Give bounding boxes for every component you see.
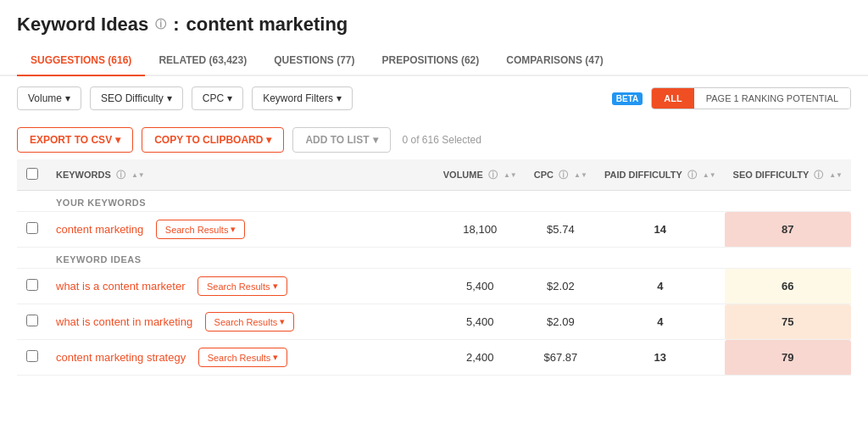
page1-toggle[interactable]: PAGE 1 RANKING POTENTIAL <box>694 88 850 109</box>
title-separator: : <box>173 14 179 36</box>
chevron-down-icon: ▾ <box>65 92 70 104</box>
cpc-filter[interactable]: CPC ▾ <box>192 86 243 110</box>
keyword-link[interactable]: what is content in marketing <box>56 315 192 328</box>
paid-difficulty-cell: 14 <box>596 212 725 248</box>
table-row: what is content in marketing Search Resu… <box>17 304 851 340</box>
row-checkbox[interactable] <box>26 279 38 291</box>
selected-count: 0 of 616 Selected <box>403 134 481 146</box>
table-row: content marketing strategy Search Result… <box>17 340 851 376</box>
chevron-down-icon: ▾ <box>280 316 285 327</box>
search-results-button[interactable]: Search Results ▾ <box>156 220 246 239</box>
all-toggle[interactable]: ALL <box>652 88 693 109</box>
keywords-info-icon[interactable]: ⓘ <box>116 170 125 180</box>
row-checkbox[interactable] <box>26 315 38 326</box>
seo-difficulty-filter[interactable]: SEO Difficulty ▾ <box>90 86 183 110</box>
volume-cell: 5,400 <box>435 269 526 304</box>
keyword-link[interactable]: content marketing strategy <box>56 351 186 364</box>
page-title: Keyword Ideas ⓘ : content marketing <box>17 14 851 36</box>
volume-cell: 2,400 <box>435 340 526 376</box>
page-header: Keyword Ideas ⓘ : content marketing <box>0 0 868 36</box>
select-all-header[interactable] <box>17 159 47 191</box>
chevron-down-icon: ▾ <box>273 352 278 363</box>
row-checkbox[interactable] <box>26 222 38 234</box>
table-body: YOUR KEYWORDS content marketing Search R… <box>17 191 851 376</box>
paid-diff-info-icon[interactable]: ⓘ <box>687 170 697 180</box>
row-checkbox-cell[interactable] <box>17 269 47 304</box>
keywords-table-container: KEYWORDS ⓘ ▲▼ VOLUME ⓘ ▲▼ CPC ⓘ ▲▼ PAID … <box>0 159 868 376</box>
seo-diff-sort-icons[interactable]: ▲▼ <box>829 171 843 179</box>
search-results-button[interactable]: Search Results ▾ <box>198 348 288 367</box>
chevron-down-icon: ▾ <box>266 134 271 146</box>
volume-cell: 18,100 <box>435 212 526 248</box>
keyword-link[interactable]: content marketing <box>56 223 143 236</box>
actions-row: EXPORT TO CSV ▾ COPY TO CLIPBOARD ▾ ADD … <box>0 120 868 159</box>
cpc-cell: $2.09 <box>526 304 596 340</box>
section-label-row: YOUR KEYWORDS <box>17 191 851 212</box>
title-text: Keyword Ideas <box>17 14 148 36</box>
keyword-cell: content marketing strategy Search Result… <box>47 340 435 376</box>
keyword-cell: what is a content marketer Search Result… <box>47 269 435 304</box>
chevron-down-icon: ▾ <box>373 134 378 146</box>
search-results-button[interactable]: Search Results ▾ <box>205 312 295 332</box>
cpc-cell: $2.02 <box>526 269 596 304</box>
section-label-text: YOUR KEYWORDS <box>47 191 851 212</box>
chevron-down-icon: ▾ <box>167 92 172 104</box>
volume-cell: 5,400 <box>435 304 526 340</box>
row-checkbox-cell[interactable] <box>17 304 47 340</box>
view-toggle: ALL PAGE 1 RANKING POTENTIAL <box>651 87 851 109</box>
select-all-checkbox[interactable] <box>26 168 38 180</box>
keywords-column-header: KEYWORDS ⓘ ▲▼ <box>47 159 435 191</box>
cpc-info-icon[interactable]: ⓘ <box>559 170 568 180</box>
chevron-down-icon: ▾ <box>231 224 236 235</box>
keyword-cell: what is content in marketing Search Resu… <box>47 304 435 340</box>
volume-filter[interactable]: Volume ▾ <box>17 86 81 110</box>
keyword-filters[interactable]: Keyword Filters ▾ <box>252 86 353 110</box>
seo-difficulty-cell: 66 <box>725 269 851 304</box>
tab-suggestions[interactable]: SUGGESTIONS (616) <box>17 46 145 76</box>
row-checkbox[interactable] <box>26 350 38 362</box>
cpc-cell: $5.74 <box>526 212 596 248</box>
beta-badge: BETA <box>612 92 643 105</box>
row-checkbox-cell[interactable] <box>17 340 47 376</box>
keywords-table: KEYWORDS ⓘ ▲▼ VOLUME ⓘ ▲▼ CPC ⓘ ▲▼ PAID … <box>17 159 851 376</box>
volume-info-icon[interactable]: ⓘ <box>488 170 498 180</box>
cpc-sort-icons[interactable]: ▲▼ <box>574 171 587 179</box>
seo-difficulty-cell: 75 <box>725 304 851 340</box>
volume-sort-icons[interactable]: ▲▼ <box>504 171 517 179</box>
seo-difficulty-cell: 87 <box>725 212 851 248</box>
table-header: KEYWORDS ⓘ ▲▼ VOLUME ⓘ ▲▼ CPC ⓘ ▲▼ PAID … <box>17 159 851 191</box>
section-label-text: KEYWORD IDEAS <box>47 248 851 269</box>
seo-diff-info-icon[interactable]: ⓘ <box>814 170 823 180</box>
chevron-down-icon: ▾ <box>337 92 342 104</box>
tab-comparisons[interactable]: COMPARISONS (47) <box>492 46 616 76</box>
paid-difficulty-cell: 4 <box>596 269 725 304</box>
cpc-column-header: CPC ⓘ ▲▼ <box>526 159 596 191</box>
chevron-down-icon: ▾ <box>115 134 120 146</box>
keywords-sort-icons[interactable]: ▲▼ <box>131 171 145 179</box>
tab-related[interactable]: RELATED (63,423) <box>145 46 260 76</box>
tab-questions[interactable]: QUESTIONS (77) <box>260 46 368 76</box>
paid-diff-sort-icons[interactable]: ▲▼ <box>703 171 716 179</box>
row-checkbox-cell[interactable] <box>17 212 47 248</box>
seo-difficulty-cell: 79 <box>725 340 851 376</box>
add-to-list-button[interactable]: ADD TO LIST ▾ <box>292 127 390 153</box>
table-row: what is a content marketer Search Result… <box>17 269 851 304</box>
filters-row: Volume ▾ SEO Difficulty ▾ CPC ▾ Keyword … <box>0 76 868 120</box>
chevron-down-icon: ▾ <box>273 281 278 292</box>
tab-prepositions[interactable]: PREPOSITIONS (62) <box>369 46 493 76</box>
title-info-icon[interactable]: ⓘ <box>155 17 166 32</box>
copy-clipboard-button[interactable]: COPY TO CLIPBOARD ▾ <box>142 127 284 153</box>
export-csv-button[interactable]: EXPORT TO CSV ▾ <box>17 127 133 153</box>
paid-difficulty-column-header: PAID DIFFICULTY ⓘ ▲▼ <box>596 159 725 191</box>
table-row: content marketing Search Results ▾ 18,10… <box>17 212 851 248</box>
keyword-link[interactable]: what is a content marketer <box>56 280 185 292</box>
paid-difficulty-cell: 13 <box>596 340 725 376</box>
volume-column-header: VOLUME ⓘ ▲▼ <box>435 159 526 191</box>
tab-bar: SUGGESTIONS (616) RELATED (63,423) QUEST… <box>0 46 868 76</box>
cpc-cell: $67.87 <box>526 340 596 376</box>
chevron-down-icon: ▾ <box>227 92 232 104</box>
search-results-button[interactable]: Search Results ▾ <box>198 276 287 296</box>
paid-difficulty-cell: 4 <box>596 304 725 340</box>
seo-difficulty-column-header: SEO DIFFICULTY ⓘ ▲▼ <box>725 159 851 191</box>
title-keyword: content marketing <box>186 14 348 36</box>
